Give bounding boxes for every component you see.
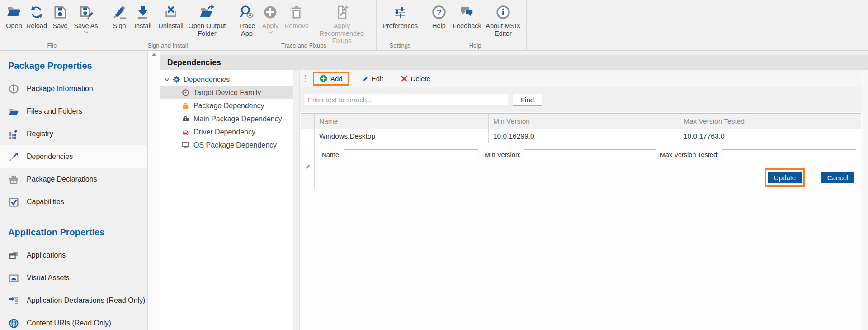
find-button[interactable]: Find [513, 94, 542, 106]
search-row: Find [300, 87, 868, 112]
sidebar-item-package-information[interactable]: Package Information [0, 77, 147, 100]
sidebar-item-label: Capabilities [27, 198, 64, 206]
save-button[interactable]: Save [49, 3, 71, 30]
install-icon [135, 3, 151, 21]
sidebar-item-capabilities[interactable]: Capabilities [0, 191, 147, 213]
dependency-detail-panel: Add Edit Delete [299, 70, 868, 330]
add-button-highlight: Add [313, 72, 349, 86]
name-field[interactable] [344, 149, 478, 160]
uninstall-icon [163, 3, 179, 21]
apply-icon [263, 3, 278, 21]
folder-icon [8, 106, 19, 117]
globe-icon [8, 318, 19, 329]
chevron-down-icon [268, 31, 273, 34]
ribbon-group-file-label: File [0, 42, 104, 49]
apply-recommended-fixups-button: Apply Recommended Fixups [311, 3, 373, 45]
chevron-down-icon[interactable] [165, 77, 170, 82]
gift-box-icon [8, 174, 19, 185]
ribbon-group-file: Open Reload Save Save As File [0, 0, 104, 50]
panel-splitter[interactable] [293, 70, 299, 330]
max-version-tested-field-label: Max Version Tested: [660, 151, 719, 158]
sidebar-item-application-declarations[interactable]: Application Declarations (Read Only) [0, 289, 147, 312]
about-msix-editor-button[interactable]: About MSIX Editor [484, 3, 523, 37]
grid-toolbar: Add Edit Delete [300, 70, 868, 87]
declarations-arrow-list-icon [8, 295, 19, 306]
sidebar-item-label: Dependencies [27, 153, 73, 161]
delete-button[interactable]: Delete [395, 73, 436, 84]
save-label: Save [52, 22, 67, 30]
table-row[interactable]: Windows.Desktop 10.0.16299.0 10.0.17763.… [301, 129, 861, 143]
svg-text:?: ? [437, 8, 442, 17]
min-version-field[interactable] [524, 149, 656, 160]
gear-icon [173, 76, 180, 83]
dependencies-arrow-icon [8, 151, 19, 162]
sidebar-item-visual-assets[interactable]: Visual Assets [0, 267, 147, 289]
column-header-min-version[interactable]: Min Version [489, 114, 679, 129]
edit-button[interactable]: Edit [356, 73, 389, 84]
column-header-name[interactable]: Name [315, 114, 489, 129]
tree-root-dependencies[interactable]: Dependencies [160, 73, 293, 86]
sign-button[interactable]: Sign [108, 3, 131, 30]
edit-pencil-icon [361, 75, 368, 82]
help-label: Help [432, 22, 446, 30]
trace-app-button[interactable]: Trace App [235, 3, 259, 37]
update-button[interactable]: Update [768, 172, 802, 183]
dependencies-grid: Name Min Version Max Version Tested Wind… [301, 113, 861, 189]
install-button[interactable]: Install [131, 3, 155, 30]
add-label: Add [330, 75, 343, 82]
open-button[interactable]: Open [4, 3, 24, 30]
max-version-tested-field[interactable] [722, 149, 856, 160]
sign-label: Sign [113, 22, 126, 30]
column-header-max-version-tested[interactable]: Max Version Tested [679, 114, 861, 129]
tree-item-driver-dependency[interactable]: Driver Dependency [160, 125, 293, 139]
grid-header-gutter [301, 114, 315, 129]
open-output-folder-button[interactable]: Open Output Folder [187, 3, 227, 37]
sidebar-item-dependencies[interactable]: Dependencies [0, 145, 147, 168]
uninstall-button[interactable]: Uninstall [155, 3, 187, 30]
add-button[interactable]: Add [314, 73, 348, 84]
feedback-button[interactable]: Feedback [450, 3, 484, 30]
preferences-button[interactable]: Preferences [380, 3, 420, 30]
remove-button: Remove [282, 3, 311, 30]
reload-button[interactable]: Reload [24, 3, 49, 30]
checkbox-check-icon [8, 196, 19, 207]
apply-label: Apply [262, 22, 278, 30]
tree-root-label: Dependencies [184, 76, 230, 84]
scroll-up-arrow-icon[interactable] [148, 53, 160, 56]
tree-item-package-dependency[interactable]: Package Dependency [160, 99, 293, 112]
sidebar-item-content-uris[interactable]: Content URIs (Read Only) [0, 312, 147, 330]
feedback-bubbles-icon [459, 3, 475, 21]
sidebar-item-label: Visual Assets [27, 274, 70, 282]
edit-form-content: Name: Min Version: Max Version Tested: [315, 143, 861, 189]
preferences-sliders-icon [392, 3, 408, 21]
sign-pencil-icon [112, 3, 127, 21]
help-button[interactable]: ? Help [428, 3, 450, 30]
open-output-folder-icon [199, 3, 215, 21]
delete-x-icon [401, 75, 408, 82]
target-icon [182, 89, 189, 96]
help-question-icon: ? [431, 3, 447, 21]
open-folder-icon [6, 3, 22, 21]
sidebar-item-registry[interactable]: Registry [0, 123, 147, 145]
tree-item-os-package-dependency[interactable]: OS Package Dependency [160, 139, 293, 152]
toolbar-drag-handle-icon[interactable] [302, 75, 308, 82]
sidebar-item-label: Registry [27, 130, 53, 138]
search-input[interactable] [304, 94, 508, 105]
right-panel-scrollbar[interactable] [862, 70, 868, 330]
apply-button: Apply [259, 3, 282, 34]
edit-row-indicator [301, 143, 315, 189]
sidebar-item-applications[interactable]: Applications [0, 244, 147, 267]
sidebar-item-package-declarations[interactable]: Package Declarations [0, 168, 147, 191]
registry-icon [8, 129, 19, 139]
sidebar-item-label: Package Declarations [27, 175, 97, 183]
reload-icon [29, 3, 44, 21]
content-gap [160, 51, 868, 55]
sidebar-item-files-and-folders[interactable]: Files and Folders [0, 100, 147, 123]
save-as-button[interactable]: Save As [71, 3, 100, 34]
cancel-button[interactable]: Cancel [821, 172, 854, 183]
sidebar-scrollbar[interactable] [147, 51, 160, 330]
sidebar-section-application-properties: Application Properties [0, 215, 147, 244]
tree-item-target-device-family[interactable]: Target Device Family [160, 86, 293, 99]
dependencies-tree: Dependencies Target Device Family Packag… [160, 70, 293, 330]
tree-item-main-package-dependency[interactable]: Main Package Dependency [160, 112, 293, 125]
